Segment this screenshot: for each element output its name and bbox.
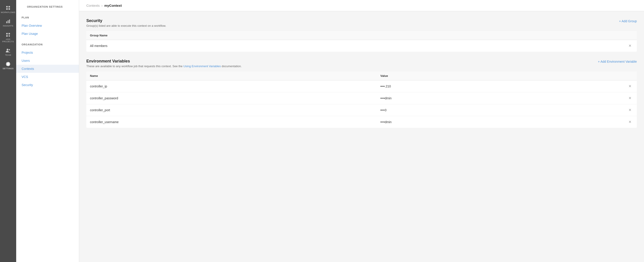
table-row: controller_password ••••dmin ✕ — [86, 92, 637, 104]
content-area: Security Group(s) listed are able to exe… — [79, 11, 644, 142]
nav-plan-overview[interactable]: Plan Overview — [16, 21, 79, 30]
env-subtitle-link[interactable]: Using Environment Variables — [183, 64, 221, 68]
svg-rect-6 — [9, 19, 10, 23]
nav-contexts[interactable]: Contexts — [16, 65, 79, 73]
plan-section: PLAN Plan Overview Plan Usage — [16, 16, 79, 38]
insights-icon — [6, 19, 10, 24]
value-col-header: Value — [377, 71, 526, 80]
svg-rect-0 — [6, 6, 8, 7]
security-table: Group Name All members ✕ — [86, 31, 637, 52]
table-row: controller_username ••••dmin ✕ — [86, 116, 637, 128]
group-name-col-header: Group Name — [86, 31, 440, 40]
env-vars-subtitle: These are available to any workflow job … — [86, 64, 242, 68]
env-vars-section-info: Environment Variables These are availabl… — [86, 59, 242, 68]
env-vars-title: Environment Variables — [86, 59, 242, 64]
settings-icon — [6, 62, 10, 66]
svg-rect-5 — [8, 20, 8, 23]
sidebar-item-workflows[interactable]: WORKFLOWS — [0, 3, 16, 16]
breadcrumb-parent[interactable]: Contexts — [86, 3, 100, 7]
svg-rect-7 — [6, 33, 8, 34]
sidebar-item-settings[interactable]: SETTINGS — [0, 59, 16, 72]
svg-rect-8 — [8, 33, 10, 34]
nav-users[interactable]: Users — [16, 57, 79, 65]
add-group-button[interactable]: + Add Group — [619, 18, 637, 23]
breadcrumb-separator: › — [102, 4, 102, 7]
env-name-cell: controller_username — [86, 116, 377, 128]
add-env-var-button[interactable]: + Add Environment Variable — [598, 59, 637, 63]
security-title: Security — [86, 18, 166, 23]
nav-projects[interactable]: Projects — [16, 48, 79, 57]
delete-group-button[interactable]: ✕ — [627, 43, 633, 48]
breadcrumb: Contexts › myContext — [79, 0, 644, 11]
env-vars-table: Name Value controller_ip ••••.210 ✕ cont… — [86, 71, 637, 128]
sidebar-item-insights[interactable]: INSIGHTS — [0, 16, 16, 30]
svg-point-13 — [9, 49, 10, 50]
security-subtitle: Group(s) listed are able to execute this… — [86, 24, 166, 27]
nav-vcs[interactable]: VCS — [16, 73, 79, 81]
svg-rect-4 — [6, 21, 7, 23]
nav-security[interactable]: Security — [16, 81, 79, 89]
nav-plan-usage[interactable]: Plan Usage — [16, 30, 79, 38]
nav-sidebar: ORGANIZATION SETTINGS PLAN Plan Overview… — [16, 0, 79, 262]
delete-env-var-button[interactable]: ✕ — [627, 107, 633, 113]
env-action-cell: ✕ — [526, 116, 637, 128]
breadcrumb-current: myContext — [104, 3, 122, 7]
group-delete-cell: ✕ — [440, 40, 637, 52]
env-action-cell: ✕ — [526, 104, 637, 116]
env-value-cell: ••••dmin — [377, 92, 526, 104]
env-value-cell: ••••3 — [377, 104, 526, 116]
table-row: controller_port ••••3 ✕ — [86, 104, 637, 116]
org-section-title: ORGANIZATION — [16, 43, 79, 48]
org-section: ORGANIZATION Projects Users Contexts VCS… — [16, 43, 79, 89]
main-content: Contexts › myContext Security Group(s) l… — [79, 0, 644, 262]
icon-sidebar: WORKFLOWS INSIGHTS ADD PROJECTS TEAM — [0, 0, 16, 262]
sidebar-item-add-projects[interactable]: ADD PROJECTS — [0, 30, 16, 45]
name-col-header: Name — [86, 71, 377, 80]
env-subtitle-post: documentation. — [222, 64, 242, 68]
env-name-cell: controller_ip — [86, 80, 377, 92]
group-name-cell: All members — [86, 40, 440, 52]
env-name-cell: controller_password — [86, 92, 377, 104]
delete-env-var-button[interactable]: ✕ — [627, 84, 633, 89]
sidebar-item-team[interactable]: TEAM — [0, 45, 16, 59]
env-action-cell: ✕ — [526, 80, 637, 92]
svg-rect-9 — [6, 35, 8, 37]
team-icon — [6, 48, 10, 53]
security-section-info: Security Group(s) listed are able to exe… — [86, 18, 166, 27]
delete-env-var-button[interactable]: ✕ — [627, 95, 633, 101]
env-subtitle-pre: These are available to any workflow job … — [86, 64, 182, 68]
table-row: controller_ip ••••.210 ✕ — [86, 80, 637, 92]
svg-point-12 — [7, 49, 8, 50]
env-value-cell: ••••dmin — [377, 116, 526, 128]
svg-rect-2 — [6, 8, 8, 10]
svg-rect-3 — [8, 8, 10, 10]
org-settings-label: ORGANIZATION SETTINGS — [22, 5, 74, 11]
workflows-icon — [6, 5, 10, 10]
action-col-header — [526, 71, 637, 80]
env-action-cell: ✕ — [526, 92, 637, 104]
add-projects-icon — [6, 32, 10, 37]
table-row: All members ✕ — [86, 40, 637, 52]
security-section-header: Security Group(s) listed are able to exe… — [86, 18, 637, 27]
delete-env-var-button[interactable]: ✕ — [627, 119, 633, 125]
group-action-col-header — [440, 31, 637, 40]
svg-rect-1 — [8, 6, 10, 7]
env-name-cell: controller_port — [86, 104, 377, 116]
env-vars-section-header: Environment Variables These are availabl… — [86, 59, 637, 68]
env-value-cell: ••••.210 — [377, 80, 526, 92]
plan-section-title: PLAN — [16, 16, 79, 21]
